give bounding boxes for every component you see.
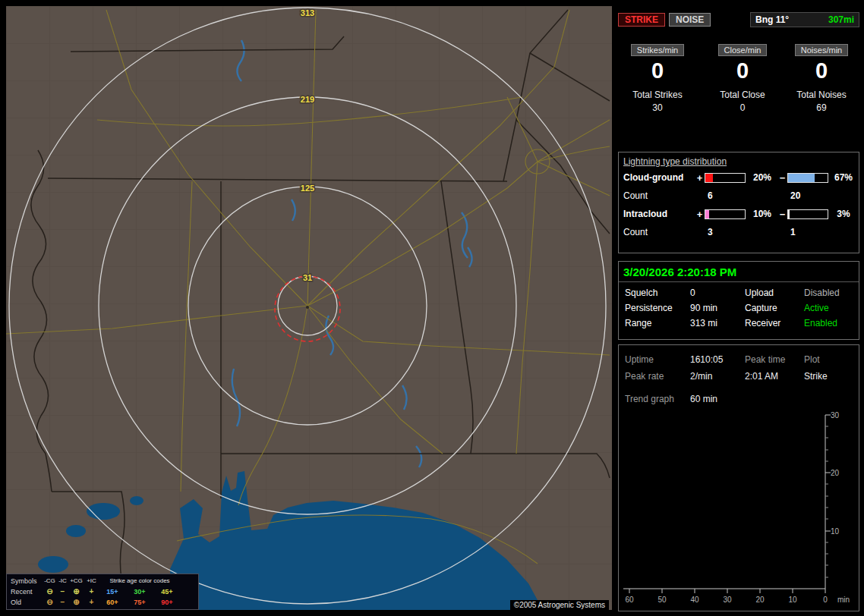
total-close-label: Total Close: [703, 90, 782, 100]
cloud-ground-row: Cloud-ground + 20% − 67%: [619, 168, 859, 187]
receiver-label: Receiver: [745, 318, 804, 328]
neg-cg-old-icon: ⊖: [43, 597, 57, 608]
plot-value: Strike: [804, 371, 859, 382]
ic-positive-count: 3: [705, 227, 747, 237]
close-per-min-column: Close/min 0 Total Close 0: [703, 42, 782, 113]
ic-negative-percent: 3%: [830, 209, 857, 219]
persistence-label: Persistence: [625, 303, 690, 313]
ic-negative-count: 1: [787, 227, 830, 237]
ic-negative-bar: [787, 209, 828, 219]
upload-status: Disabled: [804, 288, 859, 298]
pos-ic-old-icon: +: [84, 597, 99, 608]
cg-negative-bar: [787, 173, 828, 183]
close-per-min-value: 0: [703, 59, 782, 82]
cg-positive-count: 6: [705, 190, 747, 201]
noises-per-min-header: Noises/min: [795, 44, 848, 56]
lightning-type-distribution-panel: Lightning type distribution Cloud-ground…: [618, 152, 859, 253]
peak-rate-value: 2/min: [690, 371, 745, 382]
plot-label: Plot: [804, 354, 859, 365]
x-tick-label: 50: [657, 596, 667, 604]
close-per-min-header: Close/min: [718, 44, 768, 56]
y-tick-label: 20: [831, 469, 840, 477]
ic-positive-bar: [705, 209, 746, 219]
range-value: 313 mi: [690, 318, 745, 328]
cg-positive-percent: 20%: [747, 172, 777, 183]
neg-cg-recent-icon: ⊖: [43, 586, 57, 597]
range-ring-label: 31: [303, 273, 312, 282]
copyright-credit: ©2005 Astrogenic Systems: [510, 600, 609, 610]
intracloud-count-row: Count 3 1: [619, 223, 859, 241]
total-strikes-value: 30: [618, 102, 697, 113]
cg-positive-bar: [705, 173, 746, 183]
capture-status: Active: [804, 303, 859, 313]
total-noises-label: Total Noises: [782, 90, 861, 100]
range-ring-label: 313: [301, 8, 314, 17]
age-code-90: 90+: [153, 597, 181, 608]
total-strikes-label: Total Strikes: [618, 90, 697, 100]
range-ring-label: 125: [301, 184, 314, 193]
noise-toggle-button[interactable]: NOISE: [669, 13, 711, 27]
status-row: Persistence 90 min Capture Active: [619, 300, 859, 316]
strike-toggle-button[interactable]: STRIKE: [618, 13, 665, 27]
x-unit-label: min: [837, 596, 850, 604]
legend-row-recent-label: Recent: [9, 586, 43, 597]
symbol-legend: Symbols -CG -IC +CG +IC Strike age color…: [6, 574, 199, 610]
noises-per-min-value: 0: [782, 59, 861, 82]
total-close-value: 0: [703, 102, 782, 113]
cloud-ground-label: Cloud-ground: [623, 172, 695, 183]
map-canvas[interactable]: 313 219 125 31: [6, 6, 612, 610]
legend-age-header: Strike age color codes: [99, 576, 181, 586]
cg-negative-percent: 67%: [830, 172, 857, 183]
trend-values-row: Peak rate 2/min 2:01 AM Strike: [619, 368, 859, 385]
minus-sign: −: [777, 172, 787, 184]
chart-y-labels: 30 20 10: [831, 411, 840, 536]
legend-symbols-header: Symbols: [9, 576, 43, 586]
intracloud-row: Intracloud + 10% − 3%: [619, 205, 859, 223]
status-row: Range 313 mi Receiver Enabled: [619, 316, 859, 331]
age-code-15: 15+: [99, 586, 126, 597]
noises-per-min-column: Noises/min 0 Total Noises 69: [782, 42, 861, 113]
age-code-60: 60+: [99, 597, 126, 608]
trend-graph-row: Trend graph 60 min: [619, 391, 859, 407]
neg-ic-old-icon: −: [57, 597, 68, 608]
x-tick-label: 0: [823, 596, 828, 604]
peak-time-label: Peak time: [745, 354, 804, 365]
sidebar: STRIKE NOISE Bng 11° 307mi Strikes/min 0…: [618, 6, 859, 610]
trend-panel: Uptime 1610:05 Peak time Plot Peak rate …: [618, 344, 859, 611]
pos-cg-recent-icon: ⊕: [68, 586, 84, 597]
receiver-status: Enabled: [804, 318, 859, 328]
status-panel: 3/20/2026 2:20:18 PM Squelch 0 Upload Di…: [618, 261, 859, 340]
x-tick-label: 10: [788, 596, 797, 604]
squelch-value: 0: [690, 288, 745, 298]
strikes-per-min-header: Strikes/min: [631, 44, 684, 56]
uptime-value: 1610:05: [690, 354, 745, 365]
bearing-display: Bng 11° 307mi: [750, 12, 859, 27]
legend-col-pos-cg: +CG: [68, 576, 84, 586]
pos-ic-recent-icon: +: [84, 586, 99, 597]
stormvue-window: 313 219 125 31 Symbols -CG -IC +CG +IC S…: [0, 0, 864, 616]
x-tick-label: 60: [625, 596, 634, 604]
chart-minor-ticks: [825, 426, 828, 577]
uptime-label: Uptime: [625, 354, 690, 365]
cloud-ground-count-row: Count 6 20: [619, 187, 859, 205]
cg-negative-count: 20: [787, 190, 830, 201]
y-tick-label: 10: [831, 527, 840, 536]
persistence-value: 90 min: [690, 303, 745, 313]
legend-col-neg-cg: -CG: [43, 576, 57, 586]
peak-rate-label: Peak rate: [625, 371, 690, 382]
x-tick-label: 20: [755, 596, 765, 604]
trend-graph-window: 60 min: [690, 394, 745, 404]
range-ring-label: 219: [301, 95, 314, 104]
x-tick-label: 40: [690, 596, 699, 604]
count-label: Count: [623, 190, 695, 201]
range-label: Range: [625, 318, 690, 328]
legend-col-pos-ic: +IC: [84, 576, 99, 586]
age-code-45: 45+: [153, 586, 181, 597]
intracloud-label: Intracloud: [623, 209, 695, 219]
lightning-map[interactable]: 313 219 125 31 Symbols -CG -IC +CG +IC S…: [6, 6, 612, 610]
chart-x-labels: 60 50 40 30 20 10 0 min: [625, 596, 850, 604]
pos-cg-old-icon: ⊕: [68, 597, 84, 608]
strikes-per-min-column: Strikes/min 0 Total Strikes 30: [618, 42, 697, 113]
upload-label: Upload: [745, 288, 804, 298]
age-code-75: 75+: [126, 597, 153, 608]
